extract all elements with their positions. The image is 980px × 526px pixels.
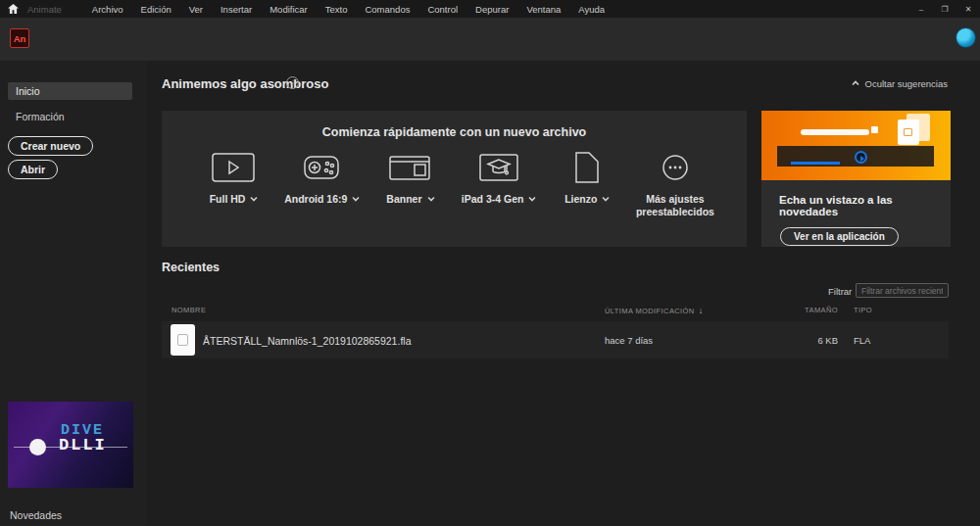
chevron-down-icon	[528, 196, 535, 203]
menu-item-comandos[interactable]: Comandos	[356, 2, 418, 17]
quickstart-card: Comienza rápidamente con un nuevo archiv…	[162, 111, 747, 247]
promo-text-bottom: DLLI	[59, 436, 107, 454]
column-header-nombre[interactable]: NOMBRE	[172, 306, 206, 314]
preset-label: Banner	[386, 193, 421, 206]
recents-table-header: NOMBRE ÚLTIMA MODIFICACIÓN ↓ TAMAÑO TIPO	[162, 306, 949, 319]
preset-label: Android 16:9	[284, 193, 347, 206]
promo-circle-decor	[29, 439, 46, 455]
user-avatar[interactable]	[956, 27, 976, 48]
chevron-down-icon	[602, 196, 609, 203]
page-title: Animemos algo asombroso	[162, 76, 328, 91]
browser-banner-icon	[387, 150, 432, 185]
menu-item-ver[interactable]: Ver	[180, 2, 212, 17]
animate-logo: An	[10, 28, 29, 48]
banner-doc-mark-decor	[904, 128, 912, 136]
document-icon	[572, 150, 602, 185]
preset-more-presets[interactable]: Más ajustes preestablecidos	[631, 150, 719, 218]
sidebar-item-inicio[interactable]: Inicio	[8, 82, 132, 100]
sidebar: Inicio Formación Crear nuevo Abrir DIVE …	[0, 61, 147, 526]
menu-item-ventana[interactable]: Ventana	[517, 2, 569, 17]
info-icon[interactable]: i	[286, 76, 299, 89]
file-type: FLA	[854, 335, 870, 346]
menu: Archivo Edición Ver Insertar Modificar T…	[83, 2, 613, 17]
chevron-down-icon	[352, 196, 359, 203]
hide-suggestions-toggle[interactable]: Ocultar sugerencias	[852, 78, 948, 89]
menu-item-depurar[interactable]: Depurar	[466, 2, 517, 17]
preset-android-16-9[interactable]: Android 16:9	[277, 150, 366, 218]
chevron-down-icon	[250, 196, 257, 203]
whatsnew-title: Echa un vistazo a las novedades	[779, 194, 933, 217]
file-name: ÅTERSTÄLL_Namnlös-1_2019102865921.fla	[203, 335, 411, 347]
file-size: 6 KB	[797, 335, 838, 346]
fla-file-icon	[177, 334, 188, 346]
gamepad-icon	[299, 150, 344, 185]
file-modified: hace 7 días	[605, 335, 653, 346]
novedades-promo-image[interactable]: DIVE DLLI	[8, 402, 133, 488]
open-button[interactable]: Abrir	[8, 160, 58, 179]
menu-item-edicion[interactable]: Edición	[132, 2, 180, 17]
menu-item-modificar[interactable]: Modificar	[261, 2, 317, 17]
menu-item-control[interactable]: Control	[418, 2, 466, 17]
recent-file-row[interactable]: ÅTERSTÄLL_Namnlös-1_2019102865921.fla ha…	[162, 321, 949, 359]
preset-full-hd[interactable]: Full HD	[189, 150, 277, 218]
filter-label: Filtrar	[828, 286, 852, 297]
banner-bar-decor	[801, 129, 869, 135]
preset-ipad-3-4-gen[interactable]: iPad 3-4 Gen	[455, 150, 543, 218]
column-header-label: ÚLTIMA MODIFICACIÓN	[605, 307, 695, 315]
column-header-tamano[interactable]: TAMAÑO	[797, 306, 838, 314]
window-controls: – ❐ ✕	[909, 0, 980, 18]
app-name-label: Animate	[27, 4, 62, 15]
sidebar-item-formacion[interactable]: Formación	[0, 108, 147, 125]
quickstart-title: Comienza rápidamente con un nuevo archiv…	[162, 125, 747, 139]
menu-item-insertar[interactable]: Insertar	[212, 2, 261, 17]
hide-suggestions-label: Ocultar sugerencias	[865, 78, 948, 89]
sort-descending-icon: ↓	[699, 306, 704, 315]
preset-label: iPad 3-4 Gen	[462, 193, 524, 206]
menu-item-archivo[interactable]: Archivo	[83, 2, 132, 17]
education-tablet-icon	[476, 150, 521, 185]
restore-button[interactable]: ❐	[933, 0, 956, 18]
column-header-ultima-modificacion[interactable]: ÚLTIMA MODIFICACIÓN ↓	[605, 306, 704, 315]
more-presets-icon	[661, 150, 690, 185]
menu-item-ayuda[interactable]: Ayuda	[569, 2, 613, 17]
preset-label: Más ajustes preestablecidos	[633, 193, 717, 218]
view-in-app-button[interactable]: Ver en la aplicación	[780, 227, 899, 246]
menu-item-texto[interactable]: Texto	[317, 2, 357, 17]
column-header-tipo[interactable]: TIPO	[854, 306, 872, 314]
preset-lienzo[interactable]: Lienzo	[543, 150, 631, 218]
home-icon[interactable]	[0, 0, 25, 18]
animate-home-window: Animate Archivo Edición Ver Insertar Mod…	[0, 0, 980, 526]
close-button[interactable]: ✕	[956, 0, 980, 18]
file-thumbnail	[171, 324, 195, 356]
menu-bar: Animate Archivo Edición Ver Insertar Mod…	[0, 0, 980, 18]
whatsnew-card: Echa un vistazo a las novedades Ver en l…	[761, 111, 951, 247]
filter-input[interactable]	[856, 283, 949, 298]
whatsnew-banner-image[interactable]	[761, 111, 951, 180]
preset-label: Full HD	[210, 193, 246, 206]
preset-label: Lienzo	[564, 193, 597, 206]
recents-title: Recientes	[162, 261, 220, 274]
preset-banner[interactable]: Banner	[366, 150, 454, 218]
minimize-button[interactable]: –	[909, 0, 933, 18]
chevron-down-icon	[427, 196, 434, 203]
preset-list: Full HD Android	[162, 139, 747, 218]
create-new-button[interactable]: Crear nuevo	[8, 136, 93, 156]
banner-knob-decor	[871, 126, 878, 133]
banner-progress-decor	[791, 162, 840, 165]
novedades-label: Novedades	[10, 509, 62, 521]
chevron-up-icon	[852, 80, 858, 87]
app-bar: An	[0, 18, 980, 61]
banner-play-icon	[855, 151, 867, 164]
video-play-icon	[211, 150, 256, 185]
